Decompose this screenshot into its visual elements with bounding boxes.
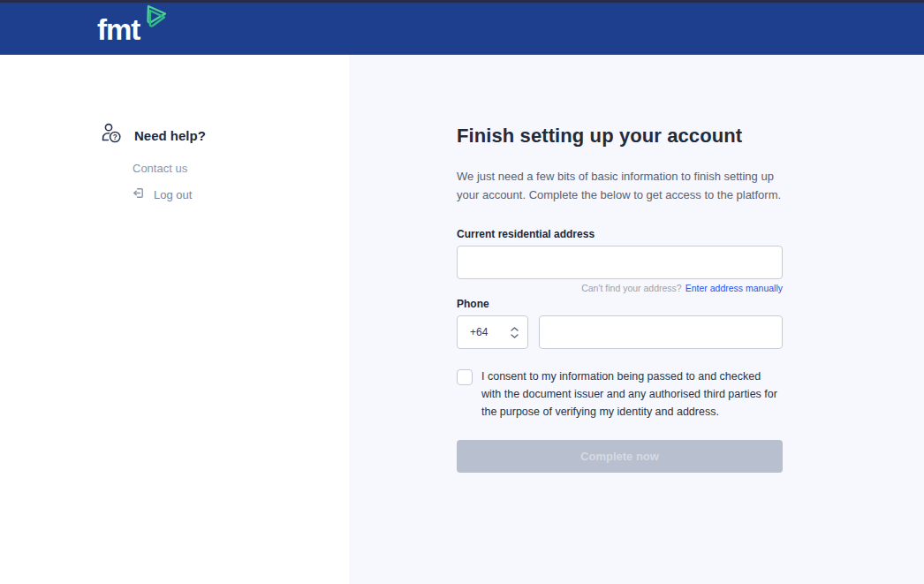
address-label: Current residential address xyxy=(457,228,783,240)
logout-label: Log out xyxy=(154,188,192,201)
address-helper-text: Can't find your address? xyxy=(581,283,682,293)
contact-us-link[interactable]: Contact us xyxy=(133,162,349,175)
enter-address-manually-link[interactable]: Enter address manually xyxy=(685,283,783,293)
phone-input[interactable] xyxy=(539,315,783,349)
need-help-row: ? Need help? xyxy=(100,122,349,148)
page: fmt ? Nee xyxy=(0,0,924,584)
svg-text:?: ? xyxy=(113,133,117,141)
main-panel: Finish setting up your account We just n… xyxy=(349,55,924,584)
address-input[interactable] xyxy=(457,246,783,279)
logo-text: fmt xyxy=(97,15,140,44)
body: ? Need help? Contact us Log out xyxy=(0,55,924,584)
phone-label: Phone xyxy=(457,298,783,310)
complete-now-button[interactable]: Complete now xyxy=(457,440,783,473)
need-help-title: Need help? xyxy=(134,128,206,143)
spinner-arrows-icon xyxy=(511,327,519,338)
fmt-logo: fmt xyxy=(97,14,168,44)
country-code-select[interactable]: +64 xyxy=(457,315,528,349)
app-header: fmt xyxy=(0,3,924,55)
address-helper-row: Can't find your address? Enter address m… xyxy=(457,283,783,293)
logout-button[interactable]: Log out xyxy=(132,186,349,203)
consent-checkbox[interactable] xyxy=(457,369,473,385)
play-triangle-icon xyxy=(141,4,170,34)
consent-row: I consent to my information being passed… xyxy=(457,368,783,421)
consent-text: I consent to my information being passed… xyxy=(481,368,783,421)
country-code-value: +64 xyxy=(470,326,488,338)
phone-row: +64 xyxy=(457,315,783,349)
page-title: Finish setting up your account xyxy=(457,125,783,148)
sidebar: ? Need help? Contact us Log out xyxy=(0,55,349,584)
setup-form: Finish setting up your account We just n… xyxy=(457,125,783,473)
person-question-icon: ? xyxy=(100,122,123,148)
intro-text: We just need a few bits of basic informa… xyxy=(457,167,783,204)
logout-icon xyxy=(132,186,145,203)
